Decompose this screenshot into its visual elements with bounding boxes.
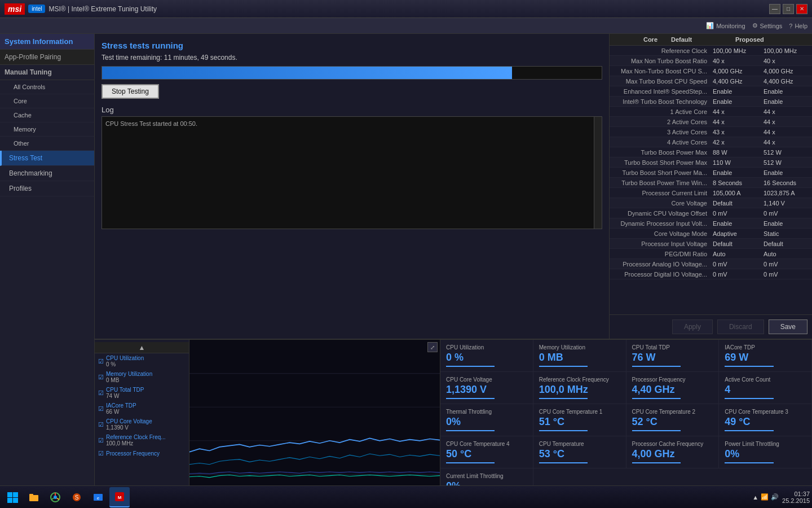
rpt-row-label: Max Non-Turbo Boost CPU S...: [610, 68, 710, 75]
expand-chart-button[interactable]: ⤢: [427, 342, 438, 352]
right-panel-row: Intel® Turbo Boost Technology Enable Ena…: [610, 97, 812, 107]
rpt-row-proposed: 0 mV: [761, 209, 812, 217]
right-panel-row: Dynamic CPU Voltage Offset 0 mV 0 mV: [610, 208, 812, 218]
title-bar: msi intel MSI® | Intel® Extreme Tuning U…: [0, 0, 812, 18]
sidebar-item-system-information[interactable]: System Information: [0, 34, 94, 50]
stat-value: 4,00 GHz: [632, 448, 713, 460]
stat-cell: IACore TDP 69 W: [719, 340, 812, 372]
svg-rect-0: [189, 340, 440, 508]
bottom-sidebar-item[interactable]: ☑ Memory Utilization 0 MB: [95, 369, 189, 385]
stat-cell: CPU Core Voltage 1,1390 V: [440, 372, 533, 404]
help-button[interactable]: ? Help: [789, 23, 807, 29]
sidebar-item-other[interactable]: Other: [0, 137, 94, 151]
stat-label: Thermal Throttling: [446, 409, 527, 415]
right-panel-row: Max Turbo Boost CPU Speed 4,400 GHz 4,40…: [610, 76, 812, 86]
rpt-row-label: 4 Active Cores: [610, 139, 710, 146]
clock: 01:37 25.2.2015: [782, 491, 810, 504]
sidebar-checkbox[interactable]: ☑: [98, 421, 104, 428]
rpt-row-proposed: 16 Seconds: [761, 179, 812, 187]
rpt-row-default: 44 x: [710, 118, 761, 126]
discard-button[interactable]: Discard: [717, 319, 764, 334]
stat-value: 52 °C: [632, 416, 713, 428]
chrome-button[interactable]: [45, 487, 65, 507]
rpt-row-default: Enable: [710, 98, 761, 106]
svg-rect-6: [13, 492, 18, 497]
settings-button[interactable]: ⚙ Settings: [752, 22, 783, 29]
stat-cell: Reference Clock Frequency 100,0 MHz: [533, 372, 626, 404]
rpt-row-label: Core Voltage: [610, 200, 710, 207]
rpt-row-proposed: Enable: [761, 87, 812, 95]
explorer-button[interactable]: e: [88, 487, 108, 507]
main-layout: System Information App-Profile Pairing M…: [0, 34, 812, 508]
util-button[interactable]: S: [67, 487, 87, 507]
bottom-sidebar-item[interactable]: ☑ IACore TDP 66 W: [95, 401, 189, 417]
stat-cell: CPU Total TDP 76 W: [626, 340, 720, 372]
rpt-row-default: Enable: [710, 87, 761, 95]
rpt-row-default: 0 mV: [710, 209, 761, 217]
stat-value: 0%: [725, 448, 806, 460]
file-explorer-button[interactable]: [24, 487, 44, 507]
close-button[interactable]: ✕: [796, 4, 807, 14]
stat-value: 0%: [446, 416, 527, 428]
stat-label: CPU Core Temperature 4: [446, 441, 527, 447]
bottom-sidebar-item[interactable]: ☑ CPU Total TDP 74 W: [95, 385, 189, 401]
stat-value: 4,40 GHz: [632, 384, 713, 396]
sidebar-item-benchmarking[interactable]: Benchmarking: [0, 166, 94, 181]
xtu-button[interactable]: M: [109, 487, 130, 507]
stat-cell: Processor Frequency 4,40 GHz: [626, 372, 720, 404]
sidebar-checkbox[interactable]: ☑: [98, 405, 104, 413]
sidebar-item-app-profile-pairing[interactable]: App-Profile Pairing: [0, 50, 94, 65]
svg-text:M: M: [118, 495, 122, 500]
taskbar-right: ▲ 📶 🔊 01:37 25.2.2015: [752, 491, 810, 504]
help-label: Help: [795, 23, 807, 29]
minimize-button[interactable]: —: [769, 4, 780, 14]
rpt-row-label: Processor Input Voltage: [610, 240, 710, 247]
apply-button[interactable]: Apply: [672, 319, 713, 334]
start-button[interactable]: [2, 487, 23, 507]
log-entry: CPU Stress Test started at 00:50.: [105, 120, 598, 127]
monitoring-button[interactable]: 📊 Monitoring: [706, 22, 745, 29]
sidebar-checkbox[interactable]: ☑: [98, 389, 104, 397]
bottom-sidebar-item[interactable]: ☑ CPU Core Voltage 1,1390 V: [95, 417, 189, 432]
log-scrollbar[interactable]: [594, 117, 602, 229]
stat-cell: Memory Utilization 0 MB: [533, 340, 626, 372]
rpt-row-default: 40 x: [710, 57, 761, 65]
sidebar-checkbox[interactable]: ☑: [98, 450, 104, 457]
sidebar-item-cache[interactable]: Cache: [0, 108, 94, 122]
sidebar-item-all-controls[interactable]: All Controls: [0, 80, 94, 94]
rpt-row-default: 0 mV: [710, 260, 761, 268]
stat-label: Current Limit Throttling: [446, 473, 527, 479]
stat-label: Memory Utilization: [539, 344, 620, 351]
bottom-sidebar-item[interactable]: ☑ Reference Clock Freq... 100,0 MHz: [95, 432, 189, 448]
svg-rect-8: [13, 498, 18, 503]
rpt-row-proposed: Enable: [761, 98, 812, 106]
save-button[interactable]: Save: [769, 319, 807, 334]
sidebar-manual-tuning[interactable]: Manual Tuning: [0, 65, 94, 80]
sidebar-item-profiles[interactable]: Profiles: [0, 181, 94, 196]
scroll-up-button[interactable]: ▲: [95, 342, 189, 353]
bottom-sidebar-item[interactable]: ☑ CPU Utilization 0 %: [95, 353, 189, 369]
rpt-row-default: 44 x: [710, 108, 761, 116]
right-panel-row: Turbo Boost Power Time Win... 8 Seconds …: [610, 178, 812, 188]
stop-testing-button[interactable]: Stop Testing: [102, 84, 159, 99]
bottom-sidebar-item-label: Reference Clock Freq...: [106, 434, 166, 440]
stat-cell: CPU Core Temperature 1 51 °C: [533, 404, 626, 436]
sidebar-item-core[interactable]: Core: [0, 94, 94, 108]
stat-underline: [725, 430, 773, 431]
right-panel-buttons: Apply Discard Save: [610, 314, 812, 339]
stats-grid: CPU Utilization 0 % Memory Utilization 0…: [440, 340, 812, 508]
right-panel-row: Max Non-Turbo Boost CPU S... 4,000 GHz 4…: [610, 66, 812, 76]
svg-rect-10: [29, 494, 33, 496]
sidebar-checkbox[interactable]: ☑: [98, 374, 104, 381]
sidebar-item-stress-test[interactable]: Stress Test: [0, 151, 94, 166]
maximize-button[interactable]: □: [783, 4, 794, 14]
sidebar-checkbox[interactable]: ☑: [98, 437, 104, 444]
sidebar-item-memory[interactable]: Memory: [0, 122, 94, 137]
right-panel-row: Turbo Boost Short Power Max 110 W 512 W: [610, 157, 812, 168]
stat-cell: CPU Utilization 0 %: [440, 340, 533, 372]
bottom-sidebar-item[interactable]: ☑ Processor Frequency: [95, 448, 189, 459]
sidebar-checkbox[interactable]: ☑: [98, 358, 104, 365]
rpt-row-proposed: Auto: [761, 250, 812, 258]
bottom-sidebar-item-label: CPU Total TDP: [106, 387, 144, 393]
stat-cell: Power Limit Throttling 0%: [719, 436, 812, 468]
